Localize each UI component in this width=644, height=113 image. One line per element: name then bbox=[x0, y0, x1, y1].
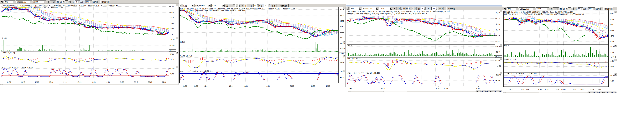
svg-text:20:00: 20:00 bbox=[229, 85, 234, 87]
svg-text:10:40: 10:40 bbox=[21, 81, 25, 83]
svg-text:出来高: 出来高 bbox=[504, 45, 509, 47]
svg-text:× 1000: × 1000 bbox=[496, 56, 501, 57]
svg-text:9,690: 9,690 bbox=[170, 12, 174, 13]
svg-text:20:00: 20:00 bbox=[106, 81, 110, 83]
svg-text:9,720: 9,720 bbox=[496, 23, 500, 25]
svg-text:9,555: 9,555 bbox=[170, 28, 174, 30]
svg-text:× 1000: × 1000 bbox=[609, 56, 614, 58]
svg-text:12:00: 12:00 bbox=[204, 85, 208, 87]
svg-text:9,505: 9,505 bbox=[170, 33, 174, 35]
svg-text:-2.50: -2.50 bbox=[170, 59, 174, 61]
svg-text:12.50: 12.50 bbox=[496, 60, 500, 61]
svg-text:09:20: 09:20 bbox=[7, 81, 11, 83]
svg-text:03/06: 03/06 bbox=[244, 85, 248, 87]
svg-text:× 100: × 100 bbox=[170, 50, 174, 51]
svg-text:9,795: 9,795 bbox=[496, 18, 500, 19]
svg-text:日経225mini 12/03( 60分, 2012/02/: 日経225mini 12/03( 60分, 2012/02/28 - 2012/… bbox=[504, 11, 573, 13]
svg-text:75.00: 75.00 bbox=[610, 51, 614, 53]
svg-text:日経225mini 12/03( 30分, 2012/02/: 日経225mini 12/03( 30分, 2012/02/28 - 2012/… bbox=[348, 11, 450, 13]
svg-text:100.00: 100.00 bbox=[496, 74, 501, 76]
svg-text:日経225mini 12/03( 5分, 2012/03/0: 日経225mini 12/03( 5分, 2012/03/03 - 2012/0… bbox=[2, 5, 119, 6]
svg-text:MACD( 12, 26, 9 ): MACD( 12, 26, 9 ) bbox=[504, 58, 517, 60]
svg-text:スロー・ストキャスティクス( 14, 3, 80, 20 ): スロー・ストキャスティクス( 14, 3, 80, 20 ) bbox=[504, 73, 536, 74]
svg-text:9,570: 9,570 bbox=[496, 35, 500, 36]
svg-text:13:20: 13:20 bbox=[49, 81, 53, 83]
svg-text:MACD( 12, 26, 9 ): MACD( 12, 26, 9 ) bbox=[2, 52, 15, 54]
svg-text:40.00: 40.00 bbox=[170, 73, 174, 75]
svg-text:03/02: 03/02 bbox=[381, 88, 385, 90]
svg-text:9,575: 9,575 bbox=[610, 35, 614, 37]
svg-text:× 100: × 100 bbox=[340, 53, 344, 55]
svg-text:03/03: 03/03 bbox=[436, 88, 440, 90]
svg-text:18:40: 18:40 bbox=[92, 81, 96, 83]
svg-text:-29.50: -29.50 bbox=[610, 66, 614, 67]
svg-text:16:30: 16:30 bbox=[590, 88, 594, 90]
svg-text:16:30: 16:30 bbox=[520, 88, 524, 90]
svg-text:9,870: 9,870 bbox=[496, 12, 500, 14]
svg-text:Mar: Mar bbox=[349, 88, 352, 90]
svg-text:Mar: Mar bbox=[526, 88, 529, 90]
svg-text:45.00: 45.00 bbox=[496, 79, 500, 81]
svg-text:100.00: 100.00 bbox=[610, 75, 614, 76]
svg-text:01:20: 01:20 bbox=[162, 81, 166, 83]
svg-text:03/05: 03/05 bbox=[194, 85, 198, 87]
svg-text:移動平均( Close, 40 ) 移動平均( Close: 移動平均( Close, 40 ) 移動平均( Close, 75 ) 移動平均… bbox=[348, 13, 428, 15]
svg-text:16:30: 16:30 bbox=[572, 88, 576, 90]
svg-text:9,495: 9,495 bbox=[496, 40, 500, 42]
svg-text:375.00: 375.00 bbox=[170, 39, 175, 41]
svg-text:50.00: 50.00 bbox=[496, 51, 500, 53]
svg-text:9,740: 9,740 bbox=[170, 6, 174, 7]
svg-text:03/02: 03/02 bbox=[545, 88, 550, 90]
svg-text:03/07: 03/07 bbox=[476, 88, 480, 90]
svg-text:9,650: 9,650 bbox=[610, 30, 614, 31]
svg-text:9,645: 9,645 bbox=[170, 17, 174, 19]
svg-text:9,735: 9,735 bbox=[340, 15, 344, 16]
svg-text:移動平均( Close, 75 ) 一目均衡表( 9, 2: 移動平均( Close, 75 ) 一目均衡表( 9, 26, 52 ) 移動平… bbox=[504, 13, 584, 15]
svg-text:12:00: 12:00 bbox=[35, 81, 39, 83]
svg-text:03/07: 03/07 bbox=[311, 85, 315, 87]
svg-text:10.50: 10.50 bbox=[610, 60, 614, 62]
svg-text:9,500: 9,500 bbox=[610, 40, 614, 42]
svg-text:45.00: 45.00 bbox=[610, 80, 614, 82]
svg-text:03/07: 03/07 bbox=[148, 81, 152, 83]
svg-text:185.00: 185.00 bbox=[610, 46, 614, 48]
svg-text:03/07: 03/07 bbox=[598, 88, 602, 90]
svg-text:22:40: 22:40 bbox=[134, 81, 138, 83]
svg-text:9,555: 9,555 bbox=[340, 32, 344, 33]
svg-text:スロー・ストキャスティクス( 14, 3, 80, 20 ): スロー・ストキャスティクス( 14, 3, 80, 20 ) bbox=[180, 70, 212, 72]
svg-text:02/29: 02/29 bbox=[509, 88, 513, 90]
svg-text:250.00: 250.00 bbox=[340, 48, 345, 50]
svg-text:03/03: 03/03 bbox=[183, 85, 187, 87]
svg-text:17:20: 17:20 bbox=[78, 81, 82, 83]
svg-text:9,875: 9,875 bbox=[610, 13, 614, 15]
svg-text:9,725: 9,725 bbox=[610, 24, 614, 26]
svg-text:-14.50: -14.50 bbox=[496, 65, 501, 67]
svg-text:9,675: 9,675 bbox=[340, 20, 344, 22]
svg-text:9,615: 9,615 bbox=[340, 26, 344, 28]
svg-text:16:30: 16:30 bbox=[538, 88, 542, 90]
svg-text:40.00: 40.00 bbox=[340, 76, 344, 78]
svg-text:MACD( 12, 26, 9 ): MACD( 12, 26, 9 ) bbox=[180, 55, 193, 57]
svg-text:スロー・ストキャスティクス( 14, 3, 80, 20 ): スロー・ストキャスティクス( 14, 3, 80, 20 ) bbox=[348, 72, 380, 74]
svg-text:9,800: 9,800 bbox=[610, 18, 614, 20]
svg-text:9,645: 9,645 bbox=[496, 29, 500, 31]
svg-text:16:30: 16:30 bbox=[555, 88, 560, 90]
svg-text:12:00: 12:00 bbox=[326, 85, 330, 87]
svg-text:20:00: 20:00 bbox=[290, 85, 294, 87]
svg-text:-11.50: -11.50 bbox=[340, 62, 344, 64]
svg-text:日経225mini 12/03( 15分, 2012/02/: 日経225mini 12/03( 15分, 2012/02/28 - 2012/… bbox=[180, 8, 298, 9]
svg-text:12:00: 12:00 bbox=[266, 85, 270, 87]
svg-text:03/06: 03/06 bbox=[580, 88, 584, 90]
svg-text:160.00: 160.00 bbox=[170, 44, 175, 46]
svg-text:14:40: 14:40 bbox=[63, 81, 68, 83]
svg-text:9,600: 9,600 bbox=[170, 22, 174, 24]
svg-text:21:20: 21:20 bbox=[120, 81, 124, 83]
svg-text:13.50: 13.50 bbox=[170, 53, 174, 55]
svg-text:03/03: 03/03 bbox=[562, 88, 566, 90]
svg-text:スロー・ストキャスティクス( 14, 3, 80, 20 ): スロー・ストキャスティクス( 14, 3, 80, 20 ) bbox=[2, 66, 34, 68]
svg-text:出来高: 出来高 bbox=[2, 37, 6, 39]
svg-text:03/06: 03/06 bbox=[444, 88, 448, 90]
svg-text:出来高: 出来高 bbox=[180, 41, 185, 43]
svg-text:9,495: 9,495 bbox=[340, 37, 344, 39]
svg-text:100.00: 100.00 bbox=[170, 68, 175, 69]
